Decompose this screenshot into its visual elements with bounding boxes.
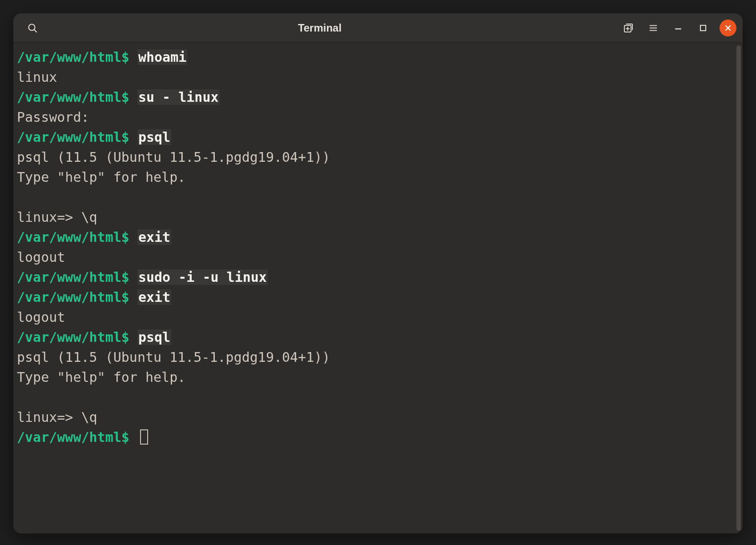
shell-line: /var/www/html$ sudo -i -u linux [17, 267, 736, 287]
blank-line [17, 387, 736, 407]
svg-rect-9 [700, 25, 706, 31]
terminal-window: Terminal [13, 13, 743, 533]
output-line: Type "help" for help. [17, 167, 736, 187]
output-line: logout [17, 247, 736, 267]
shell-line: /var/www/html$ exit [17, 227, 736, 247]
terminal-body[interactable]: /var/www/html$ whoamilinux/var/www/html$… [13, 43, 743, 533]
scrollbar-thumb[interactable] [736, 45, 741, 531]
psql-line: linux=> \q [17, 207, 736, 227]
shell-line: /var/www/html$ psql [17, 327, 736, 347]
blank-line [17, 187, 736, 207]
svg-line-1 [34, 29, 36, 32]
menu-icon[interactable] [645, 20, 662, 36]
minimize-button[interactable] [670, 20, 687, 36]
window-title: Terminal [298, 22, 342, 34]
search-icon[interactable] [24, 20, 41, 36]
cursor [140, 429, 148, 445]
shell-line: /var/www/html$ exit [17, 287, 736, 307]
output-line: psql (11.5 (Ubuntu 11.5-1.pgdg19.04+1)) [17, 147, 736, 167]
output-line: Type "help" for help. [17, 367, 736, 387]
output-line: linux [17, 67, 736, 87]
shell-line: /var/www/html$ [17, 427, 736, 447]
output-line: logout [17, 307, 736, 327]
close-button[interactable] [720, 20, 736, 36]
maximize-button[interactable] [695, 20, 712, 36]
shell-line: /var/www/html$ psql [17, 127, 736, 147]
shell-line: /var/www/html$ su - linux [17, 87, 736, 107]
titlebar: Terminal [13, 13, 743, 43]
scrollbar[interactable] [736, 43, 743, 533]
new-tab-icon[interactable] [620, 20, 637, 36]
shell-line: /var/www/html$ whoami [17, 47, 736, 67]
terminal-output[interactable]: /var/www/html$ whoamilinux/var/www/html$… [13, 43, 736, 533]
output-line: psql (11.5 (Ubuntu 11.5-1.pgdg19.04+1)) [17, 347, 736, 367]
output-line: Password: [17, 107, 736, 127]
psql-line: linux=> \q [17, 407, 736, 427]
